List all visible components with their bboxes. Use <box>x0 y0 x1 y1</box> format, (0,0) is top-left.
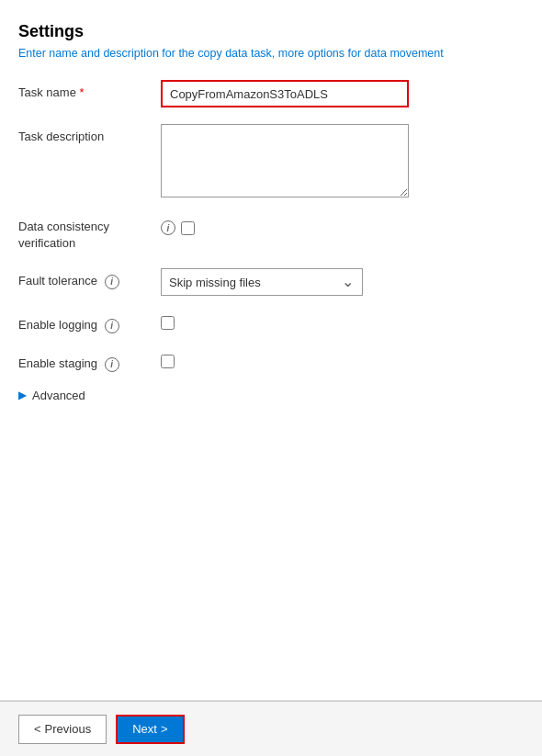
advanced-label: Advanced <box>32 389 85 402</box>
page-subtitle: Enter name and description for the copy … <box>18 47 524 60</box>
task-desc-row: Task description <box>18 124 524 200</box>
data-consistency-checkbox[interactable] <box>181 221 195 235</box>
task-desc-label: Task description <box>18 124 161 145</box>
enable-logging-row: Enable logging i <box>18 312 524 333</box>
enable-logging-wrapper <box>161 312 524 330</box>
task-name-input-wrapper <box>161 80 524 107</box>
enable-staging-row: Enable staging i <box>18 351 524 372</box>
footer: < Previous Next > <box>0 701 542 756</box>
page-title: Settings <box>18 22 524 41</box>
fault-tolerance-row: Fault tolerance i Skip missing files <box>18 268 524 296</box>
enable-staging-checkbox[interactable] <box>161 355 175 368</box>
task-desc-input[interactable] <box>161 124 409 197</box>
enable-staging-wrapper <box>161 351 524 368</box>
enable-staging-info-icon[interactable]: i <box>105 357 119 372</box>
task-name-required: * <box>80 85 85 99</box>
task-name-input[interactable] <box>161 80 409 107</box>
enable-logging-checkbox[interactable] <box>161 316 175 330</box>
fault-tolerance-select-wrapper: Skip missing files <box>161 268 363 296</box>
fault-tolerance-select[interactable]: Skip missing files <box>161 268 363 296</box>
task-name-row: Task name * <box>18 80 524 107</box>
enable-staging-label: Enable staging i <box>18 351 161 372</box>
previous-label: Previous <box>45 722 92 736</box>
next-label: Next <box>132 722 157 736</box>
next-button[interactable]: Next > <box>116 715 184 744</box>
previous-icon: < <box>34 722 41 736</box>
enable-logging-info-icon[interactable]: i <box>105 319 119 333</box>
previous-button[interactable]: < Previous <box>18 715 107 744</box>
data-consistency-info-icon[interactable]: i <box>161 220 175 235</box>
main-content: Settings Enter name and description for … <box>0 0 542 701</box>
task-desc-wrapper <box>161 124 524 200</box>
fault-tolerance-label: Fault tolerance i <box>18 268 161 289</box>
data-consistency-row: Data consistency verification i <box>18 217 524 252</box>
data-consistency-label: Data consistency verification <box>18 217 161 252</box>
enable-logging-label: Enable logging i <box>18 312 161 333</box>
next-icon: > <box>161 722 168 736</box>
task-name-label: Task name * <box>18 80 161 101</box>
advanced-section[interactable]: ▶ Advanced <box>18 389 524 402</box>
fault-tolerance-wrapper: Skip missing files <box>161 268 524 296</box>
data-consistency-wrapper: i <box>161 217 524 235</box>
fault-tolerance-info-icon[interactable]: i <box>105 275 119 289</box>
advanced-chevron-icon: ▶ <box>18 389 27 401</box>
